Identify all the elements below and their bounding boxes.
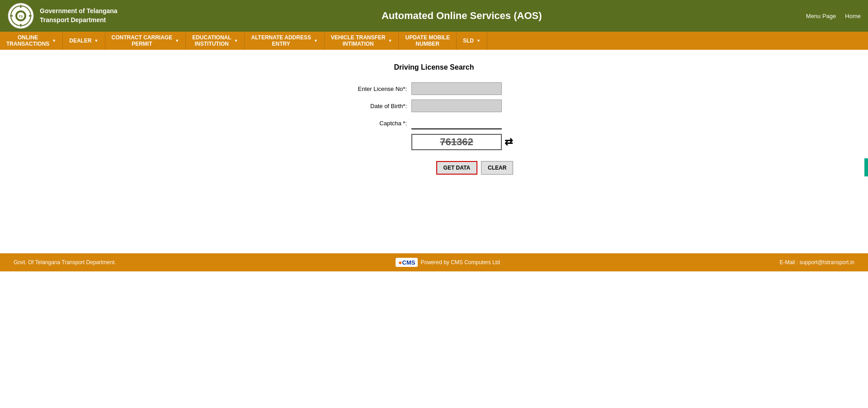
- app-title: Automated Online Services (AOS): [382, 10, 542, 21]
- dropdown-arrow-icon: ▼: [52, 38, 56, 43]
- main-content: Driving License Search Enter License No*…: [0, 50, 868, 253]
- nav-item-vehicle-transfer[interactable]: VEHICLE TRANSFER INTIMATION ▼: [325, 32, 399, 50]
- form-container: Enter License No*: Date of Birth*: Captc…: [14, 82, 854, 175]
- dropdown-arrow-icon: ▼: [94, 38, 99, 43]
- clear-button[interactable]: CLEAR: [481, 161, 513, 175]
- captcha-display-row: 761362 ⇄: [330, 134, 538, 150]
- header-center: Automated Online Services (AOS): [118, 10, 806, 22]
- refresh-captcha-icon[interactable]: ⇄: [505, 136, 513, 148]
- form-title: Driving License Search: [14, 63, 854, 71]
- svg-text:TS: TS: [19, 15, 23, 18]
- header-nav: Menu Page Home: [806, 13, 861, 19]
- dropdown-arrow-icon: ▼: [476, 38, 481, 43]
- nav-item-update-mobile[interactable]: UPDATE MOBILE NUMBER: [399, 32, 456, 50]
- dropdown-arrow-icon: ▼: [388, 38, 392, 43]
- captcha-input-row: Captcha *:: [330, 117, 538, 129]
- dob-row: Date of Birth*:: [330, 100, 538, 112]
- dob-label: Date of Birth*:: [330, 103, 411, 109]
- dropdown-arrow-icon: ▼: [234, 38, 238, 43]
- footer-left-text: Govt. Of Telangana Transport Department.: [14, 259, 116, 266]
- license-input[interactable]: [411, 82, 502, 95]
- footer-center: ●CMS Powered by CMS Computers Ltd: [396, 258, 500, 267]
- nav-item-online-transactions[interactable]: ONLINE TRANSACTIONS ▼: [0, 32, 63, 50]
- home-link[interactable]: Home: [845, 13, 861, 19]
- dropdown-arrow-icon: ▼: [175, 38, 179, 43]
- dropdown-arrow-icon: ▼: [314, 38, 318, 43]
- nav-item-sld[interactable]: SLD ▼: [457, 32, 487, 50]
- get-data-button[interactable]: GET DATA: [436, 161, 478, 175]
- captcha-row: 761362 ⇄: [411, 134, 513, 150]
- dob-input[interactable]: [411, 100, 502, 112]
- navbar: ONLINE TRANSACTIONS ▼ DEALER ▼ CONTRACT …: [0, 32, 868, 50]
- header: TS Government of Telangana Transport Dep…: [0, 0, 868, 32]
- nav-item-contract-carriage[interactable]: CONTRACT CARRIAGE PERMIT ▼: [105, 32, 186, 50]
- menu-page-link[interactable]: Menu Page: [806, 13, 836, 19]
- footer: Govt. Of Telangana Transport Department.…: [0, 253, 868, 271]
- powered-by-text: Powered by CMS Computers Ltd: [420, 259, 500, 266]
- org-title: Government of Telangana Transport Depart…: [40, 7, 118, 24]
- nav-item-educational-institution[interactable]: EDUCATIONAL INSTITUTION ▼: [186, 32, 245, 50]
- govt-logo: TS: [7, 2, 34, 29]
- footer-email: E-Mail : support@tstransport.in: [779, 259, 854, 266]
- nav-item-alternate-address[interactable]: ALTERNATE ADDRESS ENTRY ▼: [245, 32, 324, 50]
- license-row: Enter License No*:: [330, 82, 538, 95]
- license-label: Enter License No*:: [330, 85, 411, 92]
- button-row: GET DATA CLEAR: [330, 161, 538, 175]
- captcha-input[interactable]: [411, 117, 502, 129]
- captcha-display: 761362: [411, 134, 502, 150]
- nav-item-dealer[interactable]: DEALER ▼: [63, 32, 105, 50]
- captcha-label: Captcha *:: [330, 120, 411, 127]
- cms-logo: ●CMS: [396, 258, 418, 267]
- side-teal-bar: [864, 158, 868, 176]
